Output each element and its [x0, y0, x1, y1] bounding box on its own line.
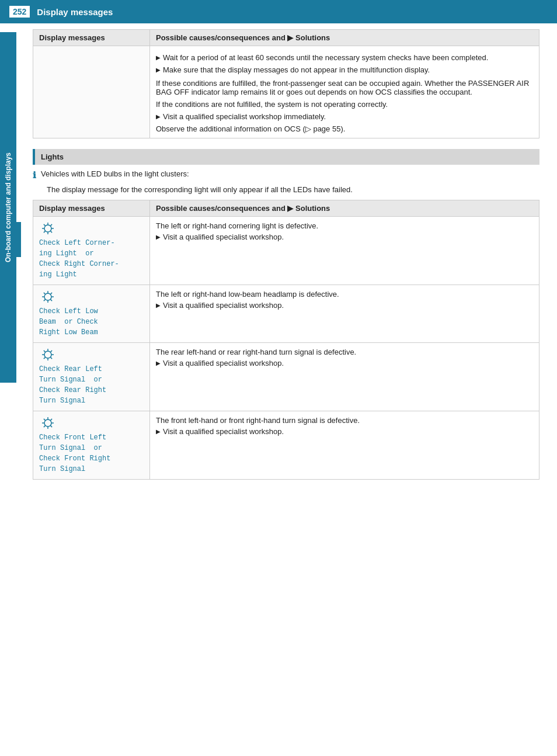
- cause-text: The rear left-hand or rear right-hand tu…: [156, 348, 533, 356]
- page-title: Display messages: [37, 7, 113, 17]
- top-col2-header: Possible causes/consequences and ▶ Solut…: [150, 30, 539, 46]
- bullet-3: Visit a qualified specialist workshop im…: [156, 112, 533, 121]
- svg-line-6: [50, 231, 52, 233]
- lights-display-cell: Check Front Left Turn Signal or Check Fr…: [33, 411, 150, 480]
- para-1: If these conditions are fulfilled, the f…: [156, 79, 533, 96]
- side-accent: [16, 222, 21, 257]
- bullet-2: Make sure that the display messages do n…: [156, 65, 533, 74]
- svg-line-24: [50, 357, 52, 359]
- display-message-text: Check Left Low Beam or Check Right Low B…: [39, 306, 144, 338]
- lights-display-cell: Check Left Corner- ing Light or Check Ri…: [33, 217, 150, 285]
- svg-line-25: [50, 351, 52, 352]
- lights-cause-cell: The left or right-hand low-beam headlamp…: [150, 285, 539, 343]
- lights-table-row: Check Front Left Turn Signal or Check Fr…: [33, 411, 539, 480]
- side-label: On-board computer and displays: [0, 32, 16, 383]
- top-row-col1: [33, 46, 150, 138]
- lights-cause-cell: The front left-hand or front right-hand …: [150, 411, 539, 480]
- lights-table: Display messages Possible causes/consequ…: [33, 200, 539, 480]
- svg-point-18: [44, 351, 51, 358]
- svg-line-32: [44, 419, 46, 421]
- svg-line-14: [44, 293, 46, 294]
- svg-line-8: [44, 231, 46, 233]
- lights-heading: Lights: [33, 149, 539, 165]
- lights-cause-cell: The rear left-hand or rear right-hand tu…: [150, 343, 539, 411]
- bullet-1: Wait for a period of at least 60 seconds…: [156, 53, 533, 62]
- lights-col1-header: Display messages: [33, 200, 150, 217]
- lights-table-row: Check Rear Left Turn Signal or Check Rea…: [33, 343, 539, 411]
- svg-point-27: [44, 419, 51, 426]
- display-message-text: Check Front Left Turn Signal or Check Fr…: [39, 432, 144, 474]
- page-number: 252: [9, 6, 30, 18]
- svg-line-7: [50, 224, 52, 226]
- cause-text: The left or right-hand cornering light i…: [156, 221, 533, 230]
- display-message-text: Check Rear Left Turn Signal or Check Rea…: [39, 364, 144, 406]
- main-content: Display messages Possible causes/consequ…: [21, 23, 557, 508]
- svg-point-9: [44, 293, 51, 300]
- svg-line-35: [44, 425, 46, 427]
- svg-line-15: [50, 299, 52, 301]
- top-row-col2: Wait for a period of at least 60 seconds…: [150, 46, 539, 138]
- svg-line-23: [44, 351, 46, 352]
- display-message-text: Check Left Corner- ing Light or Check Ri…: [39, 238, 144, 280]
- info-note-text: Vehicles with LED bulbs in the light clu…: [41, 169, 189, 178]
- info-note: ℹ Vehicles with LED bulbs in the light c…: [33, 169, 539, 181]
- obs-text: Observe the additional information on OC…: [156, 124, 533, 133]
- svg-line-33: [50, 425, 52, 427]
- svg-line-34: [50, 419, 52, 421]
- lights-table-row: Check Left Corner- ing Light or Check Ri…: [33, 217, 539, 285]
- lights-display-cell: Check Rear Left Turn Signal or Check Rea…: [33, 343, 150, 411]
- solution-text: Visit a qualified specialist workshop.: [156, 301, 533, 310]
- para-2: If the conditions are not fulfilled, the…: [156, 100, 533, 109]
- lights-col2-header: Possible causes/consequences and ▶ Solut…: [150, 200, 539, 217]
- solution-text: Visit a qualified specialist workshop.: [156, 233, 533, 241]
- cause-text: The front left-hand or front right-hand …: [156, 416, 533, 425]
- header-bar: 252 Display messages: [0, 0, 557, 23]
- svg-line-26: [44, 357, 46, 359]
- svg-point-0: [44, 225, 51, 232]
- svg-line-5: [44, 224, 46, 226]
- lights-cause-cell: The left or right-hand cornering light i…: [150, 217, 539, 285]
- info-subtext: The display message for the correspondin…: [47, 185, 539, 194]
- cause-text: The left or right-hand low-beam headlamp…: [156, 290, 533, 299]
- lights-table-row: Check Left Low Beam or Check Right Low B…: [33, 285, 539, 343]
- solution-text: Visit a qualified specialist workshop.: [156, 359, 533, 367]
- lights-display-cell: Check Left Low Beam or Check Right Low B…: [33, 285, 150, 343]
- svg-line-16: [50, 293, 52, 294]
- top-table: Display messages Possible causes/consequ…: [33, 29, 539, 138]
- info-icon: ℹ: [33, 170, 36, 181]
- table-row: Wait for a period of at least 60 seconds…: [33, 46, 539, 138]
- top-col1-header: Display messages: [33, 30, 150, 46]
- solution-text: Visit a qualified specialist workshop.: [156, 427, 533, 436]
- svg-line-17: [44, 299, 46, 301]
